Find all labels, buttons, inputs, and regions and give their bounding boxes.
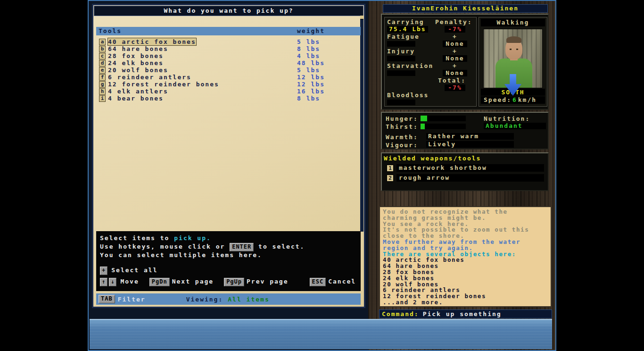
warmth-value: Rather warm: [426, 133, 514, 140]
injury-bar: [387, 56, 415, 61]
plus-sign: +: [435, 63, 475, 69]
bloodloss-label: Bloodloss: [387, 92, 435, 98]
item-weight: 5 lbs: [297, 38, 320, 45]
plus-sign: +: [435, 48, 475, 54]
filter-bar: TABFilterViewing:All items: [96, 293, 361, 305]
hotkey-badge[interactable]: i: [99, 95, 106, 102]
list-item[interactable]: f6 reindeer antlers12 lbs: [96, 74, 361, 81]
pgdn-key[interactable]: PgDn: [149, 278, 170, 286]
item-weight: 16 lbs: [297, 88, 325, 95]
item-name: 40 arctic fox bones: [108, 38, 196, 45]
bloodloss-bar: [387, 100, 415, 105]
stats-grid: Carrying Penalty: 75.4 Lbs -7% Fatigue +…: [387, 19, 476, 105]
total-label: Total:: [435, 77, 475, 84]
pgup-key[interactable]: PgUp: [224, 278, 244, 286]
down-arrow-key[interactable]: ↓: [109, 278, 116, 286]
hotkey-badge[interactable]: d: [99, 60, 106, 67]
log-line: charming grass might be.: [383, 215, 548, 221]
penalty-label: Penalty:: [435, 19, 475, 25]
speed-unit: km/h: [518, 96, 537, 103]
hotkey-badge[interactable]: e: [99, 67, 106, 74]
up-arrow-key[interactable]: ↑: [100, 278, 107, 286]
wielded-title: Wielded weapons/tools: [382, 153, 548, 162]
item-weight: 8 lbs: [297, 45, 320, 52]
hotkey-badge[interactable]: a: [99, 39, 106, 45]
slot-2-key[interactable]: 2: [387, 175, 394, 182]
log-line: ...and 2 more.: [383, 300, 548, 306]
log-line: 6 reindeer antlers: [383, 287, 548, 293]
command-value: Pick up something: [423, 310, 502, 318]
select-all-label: Select all: [111, 267, 157, 274]
slot-1-item: masterwork shortbow: [396, 164, 544, 172]
help-line-hotkeys: Use hotkeys, mouse click or ENTER to sel…: [100, 243, 357, 251]
log-line: There are several objects here:: [383, 251, 548, 258]
log-line: close to the shore.: [383, 233, 548, 239]
speed-value: 6: [512, 96, 517, 103]
log-line: 24 elk bones: [383, 276, 548, 282]
fatigue-bar: [387, 41, 415, 47]
thirst-bar: [421, 124, 466, 129]
wielded-slot: 1masterwork shortbow: [387, 164, 544, 172]
portrait-hair: [506, 36, 521, 43]
help-text: Use hotkeys, mouse click or: [100, 243, 230, 250]
warmth-label: Warmth:: [386, 134, 418, 141]
character-name: IvanErohin Kiesseläinen: [383, 4, 548, 13]
speed-label: Speed:: [484, 96, 512, 103]
portrait-eye: [516, 49, 518, 50]
list-item[interactable]: i4 bear bones8 lbs: [96, 95, 361, 102]
move-label: Move: [120, 278, 139, 285]
wielded-panel: Wielded weapons/tools 1masterwork shortb…: [381, 152, 549, 191]
fatigue-status: None: [443, 41, 467, 47]
item-weight: 48 lbs: [297, 59, 325, 67]
tab-key[interactable]: TAB: [99, 295, 115, 303]
log-line: 64 hare bones: [383, 263, 548, 269]
list-item[interactable]: b64 hare bones8 lbs: [96, 45, 361, 52]
wielded-slot: 2rough arrow: [387, 174, 544, 182]
thirst-fill: [421, 124, 425, 129]
vigour-value: Lively: [426, 141, 514, 148]
list-header: Toolsweight: [96, 27, 361, 35]
carrying-label: Carrying: [387, 19, 435, 25]
speed-bar: Speed:6km/h: [481, 96, 545, 104]
slot-1-key[interactable]: 1: [387, 165, 394, 172]
esc-key[interactable]: ESC: [310, 278, 326, 286]
hotkey-badge[interactable]: g: [99, 81, 106, 88]
esc-label: Cancel: [328, 278, 356, 285]
hunger-bar: [421, 116, 466, 121]
plus-key[interactable]: +: [100, 267, 107, 275]
scrollbar-thumb[interactable]: [360, 16, 363, 19]
list-item[interactable]: g12 forest reindeer bones12 lbs: [96, 81, 361, 88]
list-item[interactable]: d24 elk bones48 lbs: [96, 59, 361, 67]
scrollbar-track[interactable]: [360, 16, 363, 232]
enter-key[interactable]: ENTER: [230, 243, 254, 251]
viewing-value: All items: [228, 296, 269, 303]
command-bar: Command:Pick up something: [379, 309, 552, 318]
category-header: Tools: [99, 27, 122, 34]
hotkey-badge[interactable]: f: [99, 74, 106, 81]
item-weight: 12 lbs: [297, 74, 325, 81]
hotkey-badge[interactable]: b: [99, 46, 106, 52]
hotkey-badge[interactable]: c: [99, 53, 106, 59]
item-name: 6 reindeer antlers: [108, 74, 191, 81]
fatigue-label: Fatigue: [387, 33, 435, 40]
hotkey-badge[interactable]: h: [99, 88, 106, 95]
dialog-title: What do you want to pick up?: [94, 6, 363, 16]
encumbrance-panel: Carrying Penalty: 75.4 Lbs -7% Fatigue +…: [384, 17, 477, 107]
injury-status: None: [443, 55, 467, 62]
list-item[interactable]: c28 fox bones4 lbs: [96, 52, 361, 59]
hunger-fill: [421, 116, 427, 121]
pgdn-label: Next page: [172, 278, 214, 285]
message-log: You do not recognize what the charming g…: [379, 206, 552, 307]
vigour-label: Vigour:: [386, 142, 418, 149]
item-weight: 12 lbs: [297, 81, 325, 88]
list-item[interactable]: e20 wolf bones5 lbs: [96, 67, 361, 74]
nav-help-line: ↑↓MovePgDnNext pagePgUpPrev pageESCCance…: [100, 278, 357, 286]
list-item[interactable]: a40 arctic fox bones5 lbs: [96, 38, 361, 45]
item-name: 28 fox bones: [108, 52, 164, 59]
item-list: a40 arctic fox bones5 lbs b64 hare bones…: [96, 38, 361, 102]
list-item[interactable]: h4 elk antlers16 lbs: [96, 88, 361, 95]
command-label: Command:: [382, 310, 419, 318]
pgup-label: Prev page: [247, 278, 288, 285]
viewing-label: Viewing:: [186, 296, 223, 303]
log-line: It's not possible to zoom out this: [383, 227, 548, 233]
